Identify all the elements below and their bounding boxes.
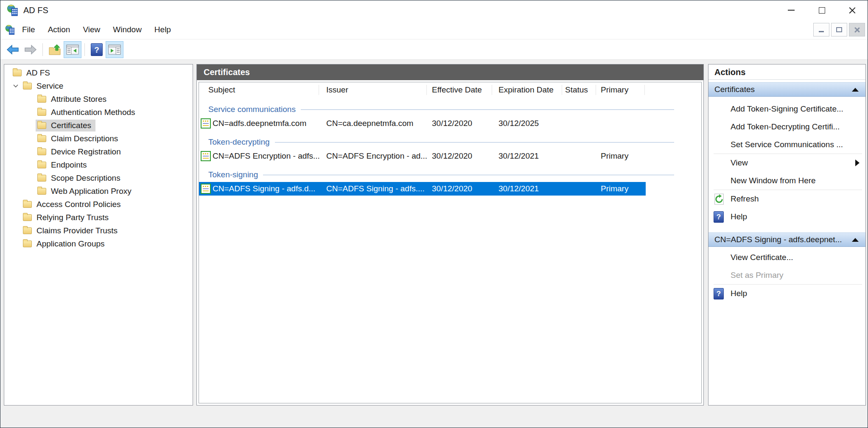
minimize-icon [788,10,795,11]
help-button[interactable]: ? [88,41,106,58]
actions-section-selected-certificate[interactable]: CN=ADFS Signing - adfs.deepnet... [708,232,865,247]
action-add-token-decrypting-certificate[interactable]: Add Token-Decrypting Certifi... [708,118,865,136]
console-tree-panel: AD FS Service Attribute Stores Authentic… [4,64,193,406]
actions-pane-title: Actions [708,64,865,80]
chevron-down-icon[interactable] [10,84,21,88]
column-effective-date[interactable]: Effective Date [432,82,482,98]
group-divider-line [263,175,674,175]
folder-icon [13,70,22,76]
child-minimize-button[interactable] [813,23,829,36]
column-header-row: Subject Issuer Effective Date Expiration… [199,82,701,98]
column-issuer[interactable]: Issuer [326,82,348,98]
minimize-icon [819,31,824,32]
menu-bar: File Action View Window Help [0,20,868,39]
action-set-as-primary: Set as Primary [708,266,865,284]
folder-icon [37,188,46,195]
column-expiration-date[interactable]: Expiration Date [498,82,554,98]
close-button[interactable] [837,0,868,20]
certificate-icon [201,184,211,194]
folder-icon [23,241,32,247]
certificate-icon [201,151,211,161]
show-hide-action-pane-button[interactable] [106,41,123,58]
child-close-button[interactable] [849,23,865,36]
column-primary[interactable]: Primary [601,82,628,98]
forward-arrow-icon [24,45,37,55]
tree-item-device-registration[interactable]: Device Registration [4,145,193,158]
tree-item-authentication-methods[interactable]: Authentication Methods [4,106,193,119]
tree-item-access-control-policies[interactable]: Access Control Policies [4,198,193,211]
menu-action[interactable]: Action [42,22,77,38]
tree-item-claims-provider-trusts[interactable]: Claims Provider Trusts [4,224,193,237]
actions-section-certificates[interactable]: Certificates [708,82,865,97]
certificate-row[interactable]: CN=adfs.deepnetmfa.com CN=ca.deepnetmfa.… [199,117,646,130]
column-divider [596,85,596,95]
adfs-app-icon [6,4,19,17]
folder-icon [37,96,46,103]
maximize-button[interactable] [806,0,837,20]
column-status[interactable]: Status [565,82,588,98]
group-service-communications: Service communications [199,103,701,116]
tree-item-service[interactable]: Service [4,79,193,92]
tree-item-relying-party-trusts[interactable]: Relying Party Trusts [4,211,193,224]
menu-file[interactable]: File [16,22,42,38]
adfs-app-icon-small [5,24,16,35]
action-help[interactable]: ? Help [708,208,865,226]
folder-icon [23,83,32,90]
column-subject[interactable]: Subject [208,82,235,98]
column-divider [492,85,492,95]
toolbar: ? [0,40,868,60]
action-new-window-from-here[interactable]: New Window from Here [708,172,865,190]
back-button[interactable] [4,41,22,58]
console-tree-toggle-icon [66,44,79,55]
tree-item-application-groups[interactable]: Application Groups [4,237,193,250]
folder-icon [37,122,46,129]
title-bar: AD FS [0,0,868,20]
restore-icon [836,27,842,32]
certificate-icon [201,118,211,129]
folder-icon [37,135,46,142]
folder-icon [23,214,32,221]
up-one-level-button[interactable] [46,41,64,58]
tree-item-web-application-proxy[interactable]: Web Application Proxy [4,185,193,198]
tree-item-scope-descriptions[interactable]: Scope Descriptions [4,171,193,185]
forward-button[interactable] [22,41,39,58]
action-refresh[interactable]: Refresh [708,190,865,208]
refresh-icon [714,193,725,205]
tree-item-claim-descriptions[interactable]: Claim Descriptions [4,132,193,145]
tree-item-endpoints[interactable]: Endpoints [4,158,193,171]
action-help-selected[interactable]: ? Help [708,285,865,302]
minimize-button[interactable] [776,0,806,20]
folder-icon [23,227,32,234]
help-icon: ? [714,288,724,299]
certificates-list: Subject Issuer Effective Date Expiration… [199,82,702,403]
action-set-service-communications[interactable]: Set Service Communications ... [708,136,865,154]
column-divider [426,85,427,95]
column-divider [319,85,319,95]
toolbar-separator [84,43,85,56]
certificate-row[interactable]: CN=ADFS Encryption - adfs... CN=ADFS Enc… [199,149,646,163]
column-divider [562,85,562,95]
toolbar-separator [42,43,43,56]
child-restore-button[interactable] [831,23,847,36]
action-view-certificate[interactable]: View Certificate... [708,249,865,266]
certificate-row-selected[interactable]: CN=ADFS Signing - adfs.d... CN=ADFS Sign… [199,182,646,196]
folder-icon [37,109,46,116]
action-view[interactable]: View [708,154,865,172]
tree-item-certificates[interactable]: Certificates [4,119,193,132]
folder-icon [37,148,46,155]
actions-pane: Actions Certificates Add Token-Signing C… [708,64,866,406]
menu-window[interactable]: Window [106,22,148,38]
close-icon [854,27,860,33]
group-divider-line [275,142,674,143]
menu-help[interactable]: Help [148,22,177,38]
menu-view[interactable]: View [76,22,106,38]
action-pane-toggle-icon [108,44,121,55]
tree-item-adfs-root[interactable]: AD FS [4,66,193,79]
close-icon [848,6,856,14]
action-add-token-signing-certificate[interactable]: Add Token-Signing Certificate... [708,100,865,118]
tree-item-attribute-stores[interactable]: Attribute Stores [4,92,193,106]
main-area: AD FS Service Attribute Stores Authentic… [0,60,868,428]
show-hide-console-tree-button[interactable] [64,41,81,58]
group-token-decrypting: Token-decrypting [199,135,701,149]
window-title: AD FS [23,6,48,15]
